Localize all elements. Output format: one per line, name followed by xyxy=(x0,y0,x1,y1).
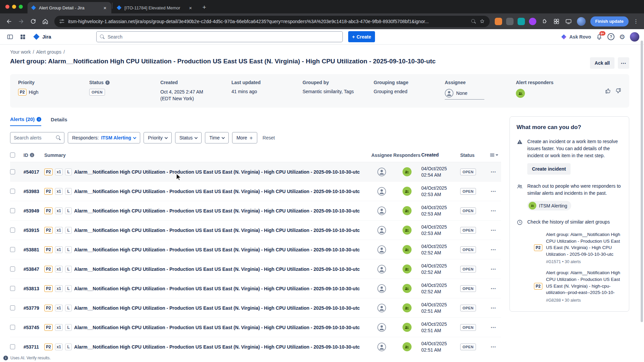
responders-avatar[interactable] xyxy=(402,342,412,351)
alert-summary-link[interactable]: Alarm__Notification High CPU Utilization… xyxy=(74,169,360,175)
responders-avatar[interactable] xyxy=(402,264,412,274)
help-icon[interactable]: ? xyxy=(607,33,614,40)
sidebar-toggle-icon[interactable] xyxy=(5,32,15,42)
select-all-checkbox[interactable] xyxy=(10,153,15,158)
bookmark-star-icon[interactable] xyxy=(479,18,485,24)
alert-row[interactable]: #54017 P2 x1 L Alarm__Notification High … xyxy=(10,162,501,182)
alert-row[interactable]: #53915 P2 x1 L Alarm__Notification High … xyxy=(10,221,501,240)
user-avatar[interactable] xyxy=(630,32,639,42)
row-more-actions-icon[interactable]: ⋯ xyxy=(491,207,496,214)
forward-icon[interactable] xyxy=(15,16,27,27)
thumbs-up-icon[interactable] xyxy=(605,88,611,94)
responders-avatar[interactable] xyxy=(402,245,412,254)
home-icon[interactable] xyxy=(40,16,51,27)
scrollbar-thumb[interactable] xyxy=(641,41,643,322)
row-checkbox[interactable] xyxy=(10,266,15,272)
alert-id-link[interactable]: #53745 xyxy=(23,325,39,330)
alert-id-link[interactable]: #53847 xyxy=(23,266,39,272)
row-checkbox[interactable] xyxy=(10,208,15,213)
minimize-window-button[interactable] xyxy=(12,5,16,9)
browser-tab-inactive[interactable]: [ITO-11784] Elevated Memor × xyxy=(113,2,197,13)
unassigned-avatar-icon[interactable] xyxy=(377,265,386,274)
row-checkbox[interactable] xyxy=(10,344,15,349)
alert-summary-link[interactable]: Alarm__Notification High CPU Utilization… xyxy=(74,247,360,252)
search-tabs-icon[interactable] xyxy=(471,19,476,24)
row-checkbox[interactable] xyxy=(10,228,15,233)
alert-id-link[interactable]: #53779 xyxy=(23,305,39,311)
alert-summary-link[interactable]: Alarm__Notification High CPU Utilization… xyxy=(74,189,360,194)
browser-profile-avatar[interactable] xyxy=(577,17,586,26)
alert-row[interactable]: #53983 P2 x1 L Alarm__Notification High … xyxy=(10,182,501,201)
browser-menu-icon[interactable]: ⋮ xyxy=(631,18,641,24)
responders-avatar[interactable] xyxy=(402,187,412,196)
unassigned-avatar-icon[interactable] xyxy=(377,323,386,332)
alert-row[interactable]: #53881 P2 x1 L Alarm__Notification High … xyxy=(10,240,501,259)
ack-all-button[interactable]: Ack all xyxy=(590,57,614,69)
alert-summary-link[interactable]: Alarm__Notification High CPU Utilization… xyxy=(74,208,360,214)
workspaces-icon[interactable] xyxy=(551,16,562,27)
extension-icon-2[interactable] xyxy=(506,18,514,25)
breadcrumb-your-work[interactable]: Your work xyxy=(10,49,31,55)
row-checkbox[interactable] xyxy=(10,286,15,291)
alert-summary-link[interactable]: Alarm__Notification High CPU Utilization… xyxy=(74,286,360,291)
unassigned-avatar-icon[interactable] xyxy=(377,304,386,312)
responders-avatar[interactable] xyxy=(516,89,525,98)
scrollbar[interactable] xyxy=(640,29,644,362)
alert-row[interactable]: #53813 P2 x1 L Alarm__Notification High … xyxy=(10,279,501,298)
column-settings-icon[interactable] xyxy=(489,152,498,158)
alert-row[interactable]: #53779 P2 x1 L Alarm__Notification High … xyxy=(10,298,501,318)
alert-summary-link[interactable]: Alarm__Notification High CPU Utilization… xyxy=(74,228,360,233)
responders-avatar[interactable] xyxy=(402,167,412,176)
alert-id-link[interactable]: #54017 xyxy=(23,169,39,175)
close-tab-icon[interactable]: × xyxy=(102,5,108,11)
global-search-input[interactable] xyxy=(108,34,339,40)
row-checkbox[interactable] xyxy=(10,189,15,194)
alert-id-link[interactable]: #53711 xyxy=(23,344,39,350)
alert-summary-link[interactable]: Alarm__Notification High CPU Utilization… xyxy=(74,344,360,350)
assignee-picker[interactable]: None xyxy=(445,89,484,100)
global-search[interactable] xyxy=(96,31,343,42)
unassigned-avatar-icon[interactable] xyxy=(377,245,386,254)
responders-avatar[interactable] xyxy=(402,206,412,215)
address-bar[interactable]: itsm-highvelocity-1.atlassian.net/jira/o… xyxy=(54,16,490,27)
responders-avatar[interactable] xyxy=(402,303,412,312)
responders-filter-dropdown[interactable]: Responders: ITSM Alerting xyxy=(68,132,140,143)
finish-update-button[interactable]: Finish update xyxy=(590,16,629,26)
time-filter-dropdown[interactable]: Time xyxy=(205,132,229,143)
alert-id-link[interactable]: #53881 xyxy=(23,247,39,252)
thumbs-down-icon[interactable] xyxy=(615,88,621,94)
page-more-actions-icon[interactable]: ⋯ xyxy=(618,57,629,69)
unassigned-avatar-icon[interactable] xyxy=(377,168,386,176)
extensions-puzzle-icon[interactable] xyxy=(539,16,550,27)
extension-icon-3[interactable] xyxy=(518,18,525,25)
search-alerts-box[interactable] xyxy=(10,132,64,143)
alert-id-link[interactable]: #53949 xyxy=(23,208,39,214)
new-tab-button[interactable]: + xyxy=(200,3,209,12)
zoom-window-button[interactable] xyxy=(19,5,23,9)
row-more-actions-icon[interactable]: ⋯ xyxy=(491,305,496,311)
responders-avatar[interactable] xyxy=(402,284,412,293)
row-more-actions-icon[interactable]: ⋯ xyxy=(491,285,496,292)
alert-row[interactable]: #53745 P2 x1 L Alarm__Notification High … xyxy=(10,318,501,337)
browser-tab-active[interactable]: Alert Group Detail - Jira × xyxy=(28,2,111,13)
extension-icon-4[interactable] xyxy=(529,18,536,25)
priority-filter-dropdown[interactable]: Priority xyxy=(144,132,172,143)
id-info-icon[interactable]: i xyxy=(30,153,34,157)
app-switcher-icon[interactable] xyxy=(17,32,28,42)
row-checkbox[interactable] xyxy=(10,325,15,330)
unassigned-avatar-icon[interactable] xyxy=(377,206,386,215)
row-checkbox[interactable] xyxy=(10,247,15,252)
row-more-actions-icon[interactable]: ⋯ xyxy=(491,266,496,272)
responders-avatar[interactable] xyxy=(402,226,412,235)
alert-row[interactable]: #53949 P2 x1 L Alarm__Notification High … xyxy=(10,201,501,221)
row-more-actions-icon[interactable]: ⋯ xyxy=(491,188,496,194)
similar-alert-group-link[interactable]: P2 Alert group: Alarm__Notification High… xyxy=(534,231,622,264)
back-icon[interactable] xyxy=(3,16,15,27)
responders-avatar[interactable] xyxy=(402,323,412,332)
ask-rovo-button[interactable]: Ask Rovo xyxy=(561,34,591,40)
alert-summary-link[interactable]: Alarm__Notification High CPU Utilization… xyxy=(74,305,360,311)
jira-logo[interactable]: Jira xyxy=(30,33,54,40)
create-button[interactable]: + Create xyxy=(348,31,375,42)
more-filters-button[interactable]: More + xyxy=(232,132,257,143)
alert-id-link[interactable]: #53915 xyxy=(23,228,39,233)
